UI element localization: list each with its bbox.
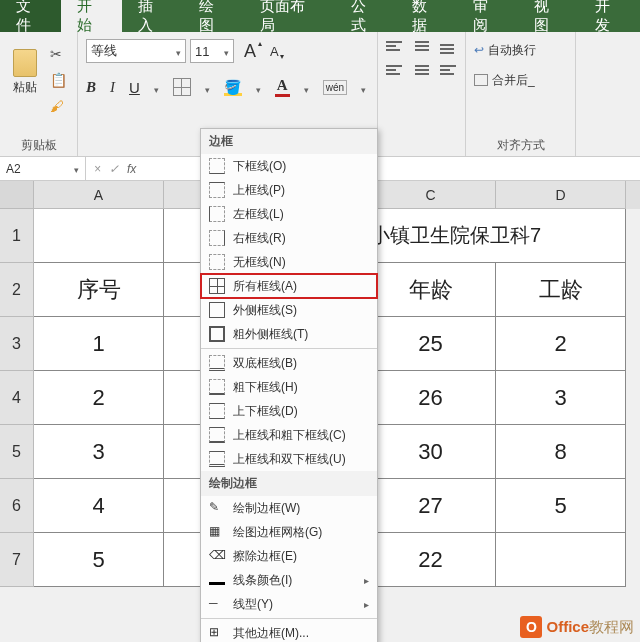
menu-item-top-double-bottom[interactable]: 上框线和双下框线(U) (201, 447, 377, 471)
menu-header-draw: 绘制边框 (201, 471, 377, 496)
align-right-icon[interactable] (440, 62, 457, 78)
menu-item-right-border[interactable]: 右框线(R) (201, 226, 377, 250)
chevron-down-icon[interactable] (256, 79, 261, 96)
align-middle-icon[interactable] (413, 38, 430, 54)
underline-button[interactable]: U (129, 79, 140, 96)
cell-d7[interactable] (496, 533, 626, 587)
tab-developer[interactable]: 开发 (579, 0, 640, 32)
tab-review[interactable]: 审阅 (457, 0, 518, 32)
line-color-icon (209, 582, 225, 585)
tab-view[interactable]: 视图 (518, 0, 579, 32)
menu-item-double-bottom[interactable]: 双底框线(B) (201, 351, 377, 375)
bold-button[interactable]: B (86, 79, 96, 96)
format-painter-icon[interactable] (50, 98, 68, 116)
menu-item-thick-outside[interactable]: 粗外侧框线(T) (201, 322, 377, 346)
align-top-icon[interactable] (386, 38, 403, 54)
row-header-5[interactable]: 5 (0, 425, 34, 479)
cell-a1[interactable] (34, 209, 164, 263)
tab-home[interactable]: 开始 (61, 0, 122, 32)
col-header-a[interactable]: A (34, 181, 164, 209)
menu-item-left-border[interactable]: 左框线(L) (201, 202, 377, 226)
cut-icon[interactable] (50, 46, 68, 64)
row-header-4[interactable]: 4 (0, 371, 34, 425)
cell-a5[interactable]: 3 (34, 425, 164, 479)
menu-item-bottom-border[interactable]: 下框线(O) (201, 154, 377, 178)
cell-d5[interactable]: 8 (496, 425, 626, 479)
name-box-value: A2 (6, 162, 21, 176)
font-color-button[interactable]: A (275, 77, 290, 97)
cell-c5[interactable]: 30 (366, 425, 496, 479)
col-header-c[interactable]: C (366, 181, 496, 209)
merge-center-button[interactable]: 合并后_ (474, 68, 567, 92)
border-button[interactable] (173, 78, 191, 96)
menu-item-outside-border[interactable]: 外侧框线(S) (201, 298, 377, 322)
align-bottom-icon[interactable] (440, 38, 457, 54)
increase-font-icon[interactable]: A (244, 41, 256, 62)
fx-icon[interactable]: fx (127, 162, 136, 176)
menu-item-all-borders[interactable]: 所有框线(A) (201, 274, 377, 298)
decrease-font-icon[interactable]: A (270, 44, 279, 59)
chevron-down-icon[interactable] (304, 79, 309, 96)
tab-draw[interactable]: 绘图 (183, 0, 244, 32)
cell-d3[interactable]: 2 (496, 317, 626, 371)
row-header-7[interactable]: 7 (0, 533, 34, 587)
menu-item-thick-bottom[interactable]: 粗下框线(H) (201, 375, 377, 399)
cell-c4[interactable]: 26 (366, 371, 496, 425)
merge-label: 合并后_ (492, 72, 535, 89)
watermark-logo-icon: O (520, 616, 542, 638)
cell-a6[interactable]: 4 (34, 479, 164, 533)
menu-item-more-borders[interactable]: 其他边框(M)... (201, 621, 377, 642)
cell-c6[interactable]: 27 (366, 479, 496, 533)
menu-item-line-color[interactable]: 线条颜色(I) (201, 568, 377, 592)
menu-item-draw-border[interactable]: 绘制边框(W) (201, 496, 377, 520)
cell-c1[interactable]: 小镇卫生院保卫科7 (366, 209, 626, 263)
cell-a2[interactable]: 序号 (34, 263, 164, 317)
cell-a3[interactable]: 1 (34, 317, 164, 371)
border-dblbot-icon (209, 355, 225, 371)
paste-button[interactable]: 粘贴 (8, 40, 42, 96)
row-header-2[interactable]: 2 (0, 263, 34, 317)
tab-pagelayout[interactable]: 页面布局 (244, 0, 334, 32)
chevron-down-icon[interactable] (154, 79, 159, 96)
enter-icon[interactable]: ✓ (109, 162, 119, 176)
align-center-icon[interactable] (413, 62, 430, 78)
cell-d4[interactable]: 3 (496, 371, 626, 425)
menu-item-top-thick-bottom[interactable]: 上框线和粗下框线(C) (201, 423, 377, 447)
row-header-3[interactable]: 3 (0, 317, 34, 371)
menu-item-draw-grid[interactable]: 绘图边框网格(G) (201, 520, 377, 544)
watermark: O Office教程网 (520, 616, 634, 638)
chevron-down-icon[interactable] (361, 79, 366, 96)
cell-c2[interactable]: 年龄 (366, 263, 496, 317)
menu-item-no-border[interactable]: 无框线(N) (201, 250, 377, 274)
menu-item-erase-border[interactable]: 擦除边框(E) (201, 544, 377, 568)
row-header-6[interactable]: 6 (0, 479, 34, 533)
chevron-down-icon[interactable] (205, 79, 210, 96)
cell-d2[interactable]: 工龄 (496, 263, 626, 317)
cell-c7[interactable]: 22 (366, 533, 496, 587)
tab-file[interactable]: 文件 (0, 0, 61, 32)
wrap-text-button[interactable]: 自动换行 (474, 38, 567, 62)
tab-insert[interactable]: 插入 (122, 0, 183, 32)
italic-button[interactable]: I (110, 79, 115, 96)
fill-color-button[interactable] (224, 78, 242, 96)
tab-data[interactable]: 数据 (396, 0, 457, 32)
name-box[interactable]: A2 (0, 157, 86, 180)
tab-formulas[interactable]: 公式 (335, 0, 396, 32)
align-left-icon[interactable] (386, 62, 403, 78)
tab-bar: 文件 开始 插入 绘图 页面布局 公式 数据 审阅 视图 开发 (0, 0, 640, 32)
menu-item-top-bottom[interactable]: 上下框线(D) (201, 399, 377, 423)
menu-item-line-style[interactable]: 线型(Y) (201, 592, 377, 616)
select-all-corner[interactable] (0, 181, 34, 209)
cell-c3[interactable]: 25 (366, 317, 496, 371)
cell-d6[interactable]: 5 (496, 479, 626, 533)
phonetic-button[interactable]: wén (323, 80, 347, 95)
font-name-select[interactable]: 等线 (86, 39, 186, 63)
cell-a7[interactable]: 5 (34, 533, 164, 587)
cell-a4[interactable]: 2 (34, 371, 164, 425)
font-size-select[interactable]: 11 (190, 39, 234, 63)
col-header-d[interactable]: D (496, 181, 626, 209)
copy-icon[interactable] (50, 72, 68, 90)
menu-item-top-border[interactable]: 上框线(P) (201, 178, 377, 202)
row-header-1[interactable]: 1 (0, 209, 34, 263)
cancel-icon[interactable]: × (94, 162, 101, 176)
